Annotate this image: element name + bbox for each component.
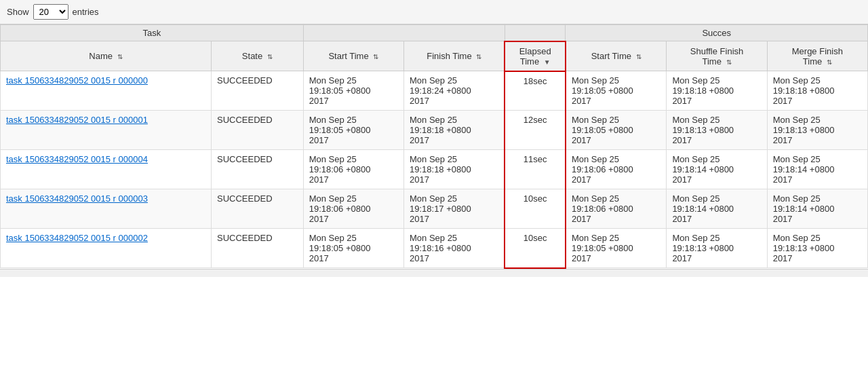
cell-elapsed-time: 10sec	[505, 229, 565, 268]
col-state[interactable]: State ⇅	[211, 41, 303, 71]
cell-s-start-time: Mon Sep 25 19:18:05 +0800 2017	[566, 111, 667, 150]
cell-merge-finish: Mon Sep 25 19:18:13 +0800 2017	[767, 111, 867, 150]
group-elapsed	[505, 25, 565, 41]
cell-merge-finish: Mon Sep 25 19:18:13 +0800 2017	[767, 229, 867, 268]
cell-state: SUCCEEDED	[211, 71, 303, 111]
sort-name-icon: ⇅	[117, 53, 123, 60]
group-header-row: Task Succes	[1, 25, 868, 41]
cell-shuffle-finish: Mon Sep 25 19:18:14 +0800 2017	[667, 150, 767, 189]
sort-state-icon: ⇅	[267, 53, 273, 60]
cell-state: SUCCEEDED	[211, 150, 303, 189]
col-start-time[interactable]: Start Time ⇅	[303, 41, 403, 71]
cell-s-start-time: Mon Sep 25 19:18:06 +0800 2017	[566, 189, 667, 229]
table-row: task 1506334829052 0015 r 000004SUCCEEDE…	[1, 150, 868, 189]
table-row: task 1506334829052 0015 r 000002SUCCEEDE…	[1, 229, 868, 268]
cell-name[interactable]: task 1506334829052 0015 r 000002	[1, 229, 212, 268]
cell-start-time: Mon Sep 25 19:18:05 +0800 2017	[303, 71, 403, 111]
group-task-times	[303, 25, 505, 41]
cell-elapsed-time: 18sec	[505, 71, 565, 111]
cell-start-time: Mon Sep 25 19:18:05 +0800 2017	[303, 229, 403, 268]
cell-state: SUCCEEDED	[211, 229, 303, 268]
group-task-header: Task	[1, 25, 304, 41]
cell-name[interactable]: task 1506334829052 0015 r 000001	[1, 111, 212, 150]
col-elapsed-time[interactable]: ElapsedTime ▼	[505, 41, 565, 71]
cell-name[interactable]: task 1506334829052 0015 r 000004	[1, 150, 212, 189]
cell-finish-time: Mon Sep 25 19:18:18 +0800 2017	[404, 150, 505, 189]
col-finish-time[interactable]: Finish Time ⇅	[404, 41, 505, 71]
cell-name[interactable]: task 1506334829052 0015 r 000003	[1, 189, 212, 229]
sort-s-start-icon: ⇅	[636, 53, 642, 60]
cell-elapsed-time: 10sec	[505, 189, 565, 229]
table-body: task 1506334829052 0015 r 000000SUCCEEDE…	[1, 71, 868, 268]
col-name[interactable]: Name ⇅	[1, 41, 212, 71]
sort-shuffle-icon: ⇅	[726, 58, 732, 66]
sort-finish-icon: ⇅	[476, 53, 481, 60]
cell-finish-time: Mon Sep 25 19:18:18 +0800 2017	[404, 111, 505, 150]
cell-state: SUCCEEDED	[211, 111, 303, 150]
cell-finish-time: Mon Sep 25 19:18:16 +0800 2017	[404, 229, 505, 268]
cell-merge-finish: Mon Sep 25 19:18:14 +0800 2017	[767, 150, 867, 189]
cell-start-time: Mon Sep 25 19:18:06 +0800 2017	[303, 150, 403, 189]
cell-elapsed-time: 12sec	[505, 111, 565, 150]
cell-elapsed-time: 11sec	[505, 150, 565, 189]
cell-start-time: Mon Sep 25 19:18:05 +0800 2017	[303, 111, 403, 150]
cell-shuffle-finish: Mon Sep 25 19:18:18 +0800 2017	[667, 71, 767, 111]
entries-select[interactable]: 20 10 50 100	[33, 4, 68, 20]
cell-s-start-time: Mon Sep 25 19:18:05 +0800 2017	[566, 229, 667, 268]
cell-finish-time: Mon Sep 25 19:18:17 +0800 2017	[404, 189, 505, 229]
table-wrapper: Task Succes Name ⇅ State ⇅ Start Time ⇅	[0, 24, 868, 269]
cell-shuffle-finish: Mon Sep 25 19:18:13 +0800 2017	[667, 229, 767, 268]
cell-name[interactable]: task 1506334829052 0015 r 000000	[1, 71, 212, 111]
cell-shuffle-finish: Mon Sep 25 19:18:13 +0800 2017	[667, 111, 767, 150]
main-table: Task Succes Name ⇅ State ⇅ Start Time ⇅	[0, 24, 868, 269]
col-merge-finish[interactable]: Merge FinishTime ⇅	[767, 41, 867, 71]
cell-s-start-time: Mon Sep 25 19:18:06 +0800 2017	[566, 150, 667, 189]
group-success-header: Succes	[566, 25, 868, 41]
col-shuffle-finish[interactable]: Shuffle FinishTime ⇅	[667, 41, 767, 71]
cell-start-time: Mon Sep 25 19:18:06 +0800 2017	[303, 189, 403, 229]
cell-s-start-time: Mon Sep 25 19:18:05 +0800 2017	[566, 71, 667, 111]
toolbar: Show 20 10 50 100 entries	[0, 0, 868, 24]
sort-start-icon: ⇅	[373, 53, 378, 60]
entries-label: entries	[73, 7, 99, 17]
cell-merge-finish: Mon Sep 25 19:18:18 +0800 2017	[767, 71, 867, 111]
sort-elapsed-icon: ▼	[544, 58, 551, 66]
col-s-start-time[interactable]: Start Time ⇅	[566, 41, 667, 71]
cell-shuffle-finish: Mon Sep 25 19:18:14 +0800 2017	[667, 189, 767, 229]
sort-merge-icon: ⇅	[827, 58, 832, 66]
table-row: task 1506334829052 0015 r 000001SUCCEEDE…	[1, 111, 868, 150]
col-header-row: Name ⇅ State ⇅ Start Time ⇅ Finish Time …	[1, 41, 868, 71]
cell-finish-time: Mon Sep 25 19:18:24 +0800 2017	[404, 71, 505, 111]
cell-merge-finish: Mon Sep 25 19:18:14 +0800 2017	[767, 189, 867, 229]
scrollbar-area[interactable]	[0, 269, 868, 277]
table-row: task 1506334829052 0015 r 000003SUCCEEDE…	[1, 189, 868, 229]
cell-state: SUCCEEDED	[211, 189, 303, 229]
table-row: task 1506334829052 0015 r 000000SUCCEEDE…	[1, 71, 868, 111]
show-label: Show	[7, 7, 29, 17]
